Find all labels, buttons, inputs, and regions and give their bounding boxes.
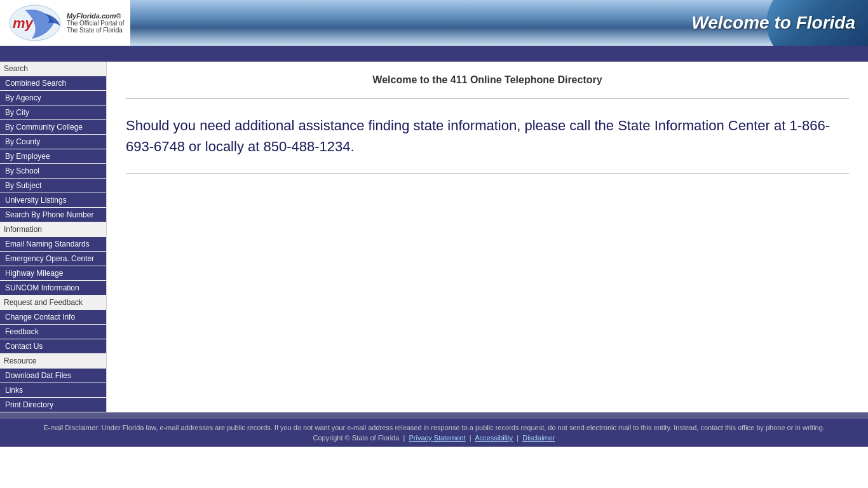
sidebar-item-highway-mileage[interactable]: Highway Mileage xyxy=(0,266,106,280)
sidebar-item-by-county[interactable]: By County xyxy=(0,135,106,149)
accessibility-link[interactable]: Accessibility xyxy=(475,434,513,442)
sidebar-item-print-directory[interactable]: Print Directory xyxy=(0,398,106,412)
footer-disclaimer: E-mail Disclaimer: Under Florida law, e-… xyxy=(13,424,855,431)
welcome-banner: Welcome to Florida xyxy=(130,0,868,46)
footer-copyright: Copyright © State of Florida | Privacy S… xyxy=(13,434,855,442)
sidebar-item-suncom-info[interactable]: SUNCOM Information xyxy=(0,281,106,295)
sidebar-item-by-community-college[interactable]: By Community College xyxy=(0,120,106,134)
sidebar-item-combined-search[interactable]: Combined Search xyxy=(0,76,106,90)
sidebar-item-by-agency[interactable]: By Agency xyxy=(0,91,106,105)
footer-spacer xyxy=(0,412,868,419)
divider-bottom xyxy=(126,173,849,173)
sidebar-item-change-contact[interactable]: Change Contact Info xyxy=(0,310,106,324)
tagline-1: The Official Portal of xyxy=(67,20,124,27)
layout: Search Combined Search By Agency By City… xyxy=(0,62,868,412)
sidebar-item-emergency-opera[interactable]: Emergency Opera. Center xyxy=(0,252,106,266)
logo-area: my MyFlorida.com® The Official Portal of… xyxy=(0,0,130,46)
sidebar-resource-label: Resource xyxy=(0,354,106,368)
main-content: Welcome to the 411 Online Telephone Dire… xyxy=(107,62,868,186)
disclaimer-link[interactable]: Disclaimer xyxy=(522,434,555,442)
site-name: MyFlorida.com® xyxy=(67,12,124,20)
sidebar-item-download-dat[interactable]: Download Dat Files xyxy=(0,369,106,383)
nav-bar xyxy=(0,48,868,62)
sidebar-item-university-listings[interactable]: University Listings xyxy=(0,193,106,207)
sidebar-item-by-subject[interactable]: By Subject xyxy=(0,179,106,193)
sidebar-item-by-school[interactable]: By School xyxy=(0,164,106,178)
page-title: Welcome to the 411 Online Telephone Dire… xyxy=(126,74,849,86)
welcome-banner-text: Welcome to Florida xyxy=(691,13,855,33)
privacy-link[interactable]: Privacy Statement xyxy=(409,434,465,442)
sidebar-search-label: Search xyxy=(0,62,106,76)
copyright-text: Copyright © State of Florida xyxy=(313,434,399,442)
logo-icon: my xyxy=(6,4,64,42)
footer: E-mail Disclaimer: Under Florida law, e-… xyxy=(0,419,868,447)
assistance-text: Should you need additional assistance fi… xyxy=(126,115,849,157)
sidebar-item-contact-us[interactable]: Contact Us xyxy=(0,339,106,353)
header: my MyFlorida.com® The Official Portal of… xyxy=(0,0,868,48)
svg-text:my: my xyxy=(13,15,34,31)
sidebar-information-label: Information xyxy=(0,222,106,236)
tagline-2: The State of Florida xyxy=(67,27,124,34)
sidebar: Search Combined Search By Agency By City… xyxy=(0,62,107,412)
sidebar-request-label: Request and Feedback xyxy=(0,295,106,309)
divider-top xyxy=(126,98,849,99)
sidebar-item-email-naming[interactable]: Email Naming Standards xyxy=(0,237,106,251)
sidebar-item-search-by-phone[interactable]: Search By Phone Number xyxy=(0,208,106,222)
sidebar-item-feedback[interactable]: Feedback xyxy=(0,325,106,339)
logo-text-area: MyFlorida.com® The Official Portal of Th… xyxy=(64,12,124,34)
sidebar-item-by-employee[interactable]: By Employee xyxy=(0,149,106,163)
sidebar-item-by-city[interactable]: By City xyxy=(0,105,106,119)
sidebar-item-links[interactable]: Links xyxy=(0,383,106,397)
